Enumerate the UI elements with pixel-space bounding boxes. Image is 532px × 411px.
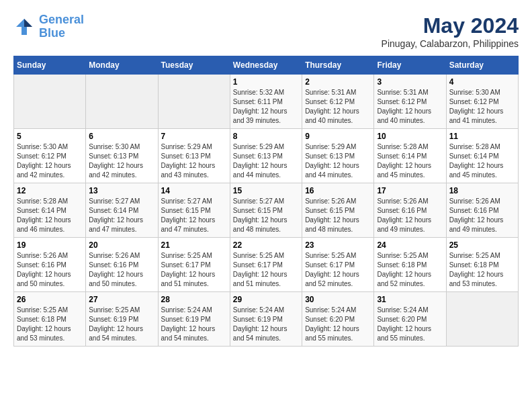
- day-cell: [14, 75, 86, 129]
- day-info: Sunrise: 5:29 AM Sunset: 6:13 PM Dayligh…: [305, 142, 371, 180]
- subtitle: Pinugay, Calabarzon, Philippines: [382, 38, 519, 49]
- day-info: Sunrise: 5:29 AM Sunset: 6:13 PM Dayligh…: [233, 142, 299, 180]
- day-info: Sunrise: 5:30 AM Sunset: 6:12 PM Dayligh…: [17, 142, 83, 180]
- weekday-header-monday: Monday: [86, 56, 158, 75]
- day-number: 3: [377, 77, 443, 87]
- calendar-table: SundayMondayTuesdayWednesdayThursdayFrid…: [13, 56, 519, 347]
- day-number: 19: [17, 240, 83, 250]
- day-cell: 27Sunrise: 5:25 AM Sunset: 6:19 PM Dayli…: [86, 292, 158, 347]
- day-number: 4: [449, 77, 515, 87]
- week-row-5: 26Sunrise: 5:25 AM Sunset: 6:18 PM Dayli…: [14, 292, 519, 347]
- day-cell: 29Sunrise: 5:24 AM Sunset: 6:19 PM Dayli…: [230, 292, 302, 347]
- day-cell: 23Sunrise: 5:25 AM Sunset: 6:17 PM Dayli…: [302, 238, 374, 292]
- day-cell: 11Sunrise: 5:28 AM Sunset: 6:14 PM Dayli…: [446, 129, 518, 183]
- day-number: 6: [89, 132, 154, 141]
- day-cell: 9Sunrise: 5:29 AM Sunset: 6:13 PM Daylig…: [302, 129, 374, 183]
- day-info: Sunrise: 5:28 AM Sunset: 6:14 PM Dayligh…: [17, 197, 83, 234]
- day-number: 30: [305, 295, 371, 304]
- day-cell: 17Sunrise: 5:26 AM Sunset: 6:16 PM Dayli…: [374, 183, 446, 238]
- day-cell: 13Sunrise: 5:27 AM Sunset: 6:14 PM Dayli…: [86, 183, 158, 238]
- day-number: 10: [377, 132, 443, 141]
- day-cell: [86, 75, 158, 129]
- day-cell: 21Sunrise: 5:25 AM Sunset: 6:17 PM Dayli…: [158, 238, 230, 292]
- day-number: 8: [233, 132, 299, 141]
- day-cell: 15Sunrise: 5:27 AM Sunset: 6:15 PM Dayli…: [230, 183, 302, 238]
- weekday-header-wednesday: Wednesday: [230, 56, 302, 75]
- day-number: 7: [161, 132, 227, 141]
- day-info: Sunrise: 5:27 AM Sunset: 6:14 PM Dayligh…: [89, 197, 154, 234]
- day-number: 1: [233, 77, 299, 87]
- day-number: 11: [449, 132, 515, 141]
- week-row-3: 12Sunrise: 5:28 AM Sunset: 6:14 PM Dayli…: [14, 183, 519, 238]
- day-info: Sunrise: 5:26 AM Sunset: 6:16 PM Dayligh…: [377, 197, 443, 234]
- day-number: 2: [305, 77, 371, 87]
- logo-icon: [13, 16, 35, 38]
- day-info: Sunrise: 5:26 AM Sunset: 6:16 PM Dayligh…: [89, 251, 154, 289]
- day-info: Sunrise: 5:24 AM Sunset: 6:19 PM Dayligh…: [233, 306, 299, 343]
- day-cell: 16Sunrise: 5:26 AM Sunset: 6:15 PM Dayli…: [302, 183, 374, 238]
- day-number: 20: [89, 240, 154, 250]
- weekday-header-thursday: Thursday: [302, 56, 374, 75]
- day-info: Sunrise: 5:26 AM Sunset: 6:15 PM Dayligh…: [305, 197, 371, 234]
- day-number: 14: [161, 186, 227, 195]
- day-number: 25: [449, 240, 515, 250]
- day-info: Sunrise: 5:28 AM Sunset: 6:14 PM Dayligh…: [377, 142, 443, 180]
- day-info: Sunrise: 5:32 AM Sunset: 6:11 PM Dayligh…: [233, 88, 299, 126]
- day-cell: 24Sunrise: 5:25 AM Sunset: 6:18 PM Dayli…: [374, 238, 446, 292]
- day-cell: 6Sunrise: 5:30 AM Sunset: 6:13 PM Daylig…: [86, 129, 158, 183]
- day-info: Sunrise: 5:25 AM Sunset: 6:17 PM Dayligh…: [305, 251, 371, 289]
- day-cell: 2Sunrise: 5:31 AM Sunset: 6:12 PM Daylig…: [302, 75, 374, 129]
- day-info: Sunrise: 5:31 AM Sunset: 6:12 PM Dayligh…: [377, 88, 443, 126]
- day-number: 12: [17, 186, 83, 195]
- day-info: Sunrise: 5:30 AM Sunset: 6:12 PM Dayligh…: [449, 88, 515, 126]
- day-number: 9: [305, 132, 371, 141]
- day-info: Sunrise: 5:24 AM Sunset: 6:20 PM Dayligh…: [305, 306, 371, 343]
- day-number: 17: [377, 186, 443, 195]
- day-info: Sunrise: 5:25 AM Sunset: 6:18 PM Dayligh…: [449, 251, 515, 289]
- day-info: Sunrise: 5:31 AM Sunset: 6:12 PM Dayligh…: [305, 88, 371, 126]
- day-info: Sunrise: 5:28 AM Sunset: 6:14 PM Dayligh…: [449, 142, 515, 180]
- page-header: General Blue May 2024 Pinugay, Calabarzo…: [13, 13, 519, 49]
- day-cell: 4Sunrise: 5:30 AM Sunset: 6:12 PM Daylig…: [446, 75, 518, 129]
- day-cell: 25Sunrise: 5:25 AM Sunset: 6:18 PM Dayli…: [446, 238, 518, 292]
- day-cell: 8Sunrise: 5:29 AM Sunset: 6:13 PM Daylig…: [230, 129, 302, 183]
- weekday-header-sunday: Sunday: [14, 56, 86, 75]
- day-cell: 7Sunrise: 5:29 AM Sunset: 6:13 PM Daylig…: [158, 129, 230, 183]
- title-block: May 2024 Pinugay, Calabarzon, Philippine…: [382, 13, 519, 49]
- day-info: Sunrise: 5:25 AM Sunset: 6:17 PM Dayligh…: [161, 251, 227, 289]
- day-number: 21: [161, 240, 227, 250]
- day-info: Sunrise: 5:26 AM Sunset: 6:16 PM Dayligh…: [449, 197, 515, 234]
- day-cell: [158, 75, 230, 129]
- day-info: Sunrise: 5:25 AM Sunset: 6:18 PM Dayligh…: [17, 306, 83, 343]
- day-cell: 10Sunrise: 5:28 AM Sunset: 6:14 PM Dayli…: [374, 129, 446, 183]
- day-cell: 30Sunrise: 5:24 AM Sunset: 6:20 PM Dayli…: [302, 292, 374, 347]
- week-row-4: 19Sunrise: 5:26 AM Sunset: 6:16 PM Dayli…: [14, 238, 519, 292]
- day-number: 31: [377, 295, 443, 304]
- day-info: Sunrise: 5:27 AM Sunset: 6:15 PM Dayligh…: [233, 197, 299, 234]
- main-title: May 2024: [382, 13, 519, 38]
- week-row-2: 5Sunrise: 5:30 AM Sunset: 6:12 PM Daylig…: [14, 129, 519, 183]
- day-cell: 18Sunrise: 5:26 AM Sunset: 6:16 PM Dayli…: [446, 183, 518, 238]
- day-cell: 14Sunrise: 5:27 AM Sunset: 6:15 PM Dayli…: [158, 183, 230, 238]
- svg-marker-1: [24, 19, 32, 27]
- day-number: 23: [305, 240, 371, 250]
- day-number: 22: [233, 240, 299, 250]
- day-info: Sunrise: 5:29 AM Sunset: 6:13 PM Dayligh…: [161, 142, 227, 180]
- weekday-header-saturday: Saturday: [446, 56, 518, 75]
- day-info: Sunrise: 5:25 AM Sunset: 6:19 PM Dayligh…: [89, 306, 154, 343]
- day-info: Sunrise: 5:26 AM Sunset: 6:16 PM Dayligh…: [17, 251, 83, 289]
- day-number: 5: [17, 132, 83, 141]
- weekday-header-friday: Friday: [374, 56, 446, 75]
- day-cell: 1Sunrise: 5:32 AM Sunset: 6:11 PM Daylig…: [230, 75, 302, 129]
- day-cell: 12Sunrise: 5:28 AM Sunset: 6:14 PM Dayli…: [14, 183, 86, 238]
- day-info: Sunrise: 5:25 AM Sunset: 6:18 PM Dayligh…: [377, 251, 443, 289]
- day-number: 24: [377, 240, 443, 250]
- day-number: 27: [89, 295, 154, 304]
- day-cell: 31Sunrise: 5:24 AM Sunset: 6:20 PM Dayli…: [374, 292, 446, 347]
- day-cell: [446, 292, 518, 347]
- logo: General Blue: [13, 13, 84, 40]
- day-number: 18: [449, 186, 515, 195]
- weekday-header-row: SundayMondayTuesdayWednesdayThursdayFrid…: [14, 56, 519, 75]
- day-number: 16: [305, 186, 371, 195]
- day-info: Sunrise: 5:25 AM Sunset: 6:17 PM Dayligh…: [233, 251, 299, 289]
